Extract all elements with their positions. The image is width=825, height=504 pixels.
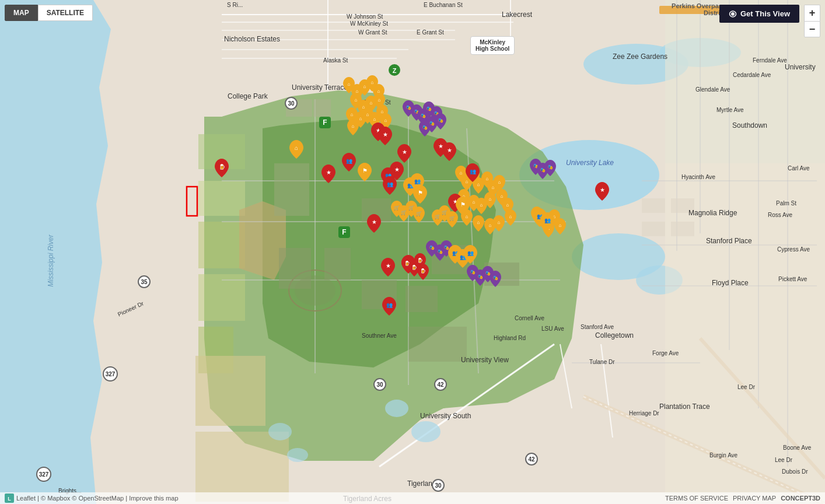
map-container[interactable]: F F Z Lakecr (0, 0, 825, 504)
svg-rect-63 (671, 198, 694, 213)
svg-rect-58 (432, 245, 473, 274)
map-btn[interactable]: MAP (5, 5, 38, 21)
svg-rect-10 (198, 222, 245, 268)
route-35: 35 (138, 275, 151, 288)
svg-rect-57 (362, 198, 391, 222)
svg-point-68 (268, 423, 292, 440)
route-42-south: 42 (525, 453, 538, 466)
route-30-south: 30 (432, 479, 445, 492)
svg-point-67 (411, 421, 441, 442)
svg-text:F: F (342, 228, 346, 236)
mckinley-high-school: McKinleyHigh School (470, 36, 515, 55)
route-42-north: 42 (434, 378, 447, 391)
svg-rect-54 (362, 280, 397, 309)
zoom-in-button[interactable]: + (804, 5, 820, 21)
svg-rect-64 (642, 222, 665, 236)
svg-point-66 (385, 400, 408, 417)
svg-rect-56 (408, 327, 467, 362)
svg-text:Z: Z (393, 67, 397, 74)
zoom-out-button[interactable]: − (804, 21, 820, 37)
eye-icon (729, 10, 737, 18)
privacy-link[interactable]: PRIVACY MAP (733, 495, 776, 502)
svg-rect-62 (642, 198, 665, 213)
svg-rect-8 (198, 134, 245, 169)
footer-links: TERMS OF SERVICE PRIVACY MAP CONCEPT3D (665, 495, 820, 502)
leaflet-icon: L (5, 494, 14, 503)
map-type-controls: MAP SATELLITE (5, 5, 93, 21)
svg-text:L: L (8, 496, 11, 502)
concept3d-logo: CONCEPT3D (781, 495, 820, 502)
svg-point-70 (731, 12, 735, 16)
svg-rect-65 (671, 222, 694, 236)
svg-rect-13 (195, 356, 265, 426)
svg-rect-52 (279, 248, 311, 289)
route-30-north: 30 (285, 97, 298, 110)
footer-attribution: L Leaflet | © Mapbox © OpenStreetMap | I… (5, 494, 179, 503)
svg-rect-55 (405, 286, 438, 312)
svg-rect-9 (198, 181, 245, 216)
svg-rect-51 (274, 163, 309, 216)
svg-rect-61 (313, 99, 331, 117)
svg-rect-59 (484, 262, 519, 286)
zoom-controls: + − (804, 5, 820, 37)
route-327-south: 327 (36, 467, 51, 482)
terms-link[interactable]: TERMS OF SERVICE (665, 495, 728, 502)
satellite-btn[interactable]: SATELLITE (38, 5, 93, 21)
svg-rect-11 (198, 274, 245, 321)
svg-point-69 (287, 448, 308, 462)
map-background: F F Z (0, 0, 825, 504)
get-this-view-button[interactable]: Get This View (719, 5, 799, 23)
map-footer: L Leaflet | © Mapbox © OpenStreetMap | I… (0, 492, 825, 504)
attribution-text: Leaflet | © Mapbox © OpenStreetMap | Imp… (16, 495, 179, 502)
svg-rect-14 (195, 432, 289, 502)
svg-text:F: F (323, 118, 327, 127)
route-30-mid: 30 (373, 378, 386, 391)
route-327-north: 327 (103, 366, 118, 382)
svg-rect-16 (665, 0, 825, 163)
svg-rect-53 (324, 248, 351, 280)
